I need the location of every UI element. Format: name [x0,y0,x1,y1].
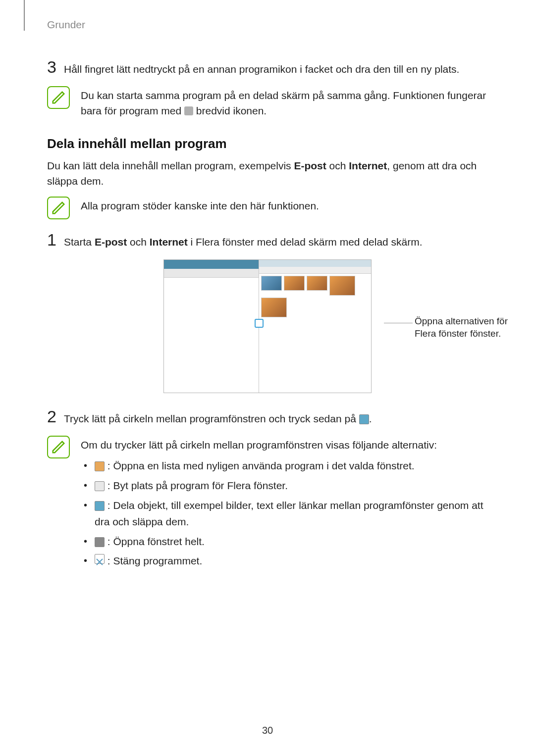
li-drag: : Dela objekt, till exempel bilder, text… [95,500,483,528]
s1-mid: och [127,236,150,248]
figure-left-toolbar [164,269,259,278]
note-text: Alla program stöder kanske inte den här … [81,197,319,213]
li-recent: : Öppna en lista med nyligen använda pro… [105,460,415,471]
thumbnail [284,276,305,291]
note-box-1: Du kan starta samma program på en delad … [47,86,488,118]
left-margin-rule [24,0,25,31]
close-icon [95,554,105,564]
list-item: : Öppna en lista med nyligen använda pro… [81,457,488,474]
step-text: Starta E-post och Internet i Flera fönst… [64,232,423,249]
step-number: 3 [47,58,64,75]
note-box-2: Alla program stöder kanske inte den här … [47,197,488,219]
options-list: : Öppna en lista med nyligen använda pro… [81,457,488,569]
heading-share-content: Dela innehåll mellan program [47,136,488,151]
figure-left-header [164,260,259,269]
note-icon [47,436,70,458]
s1-b2: Internet [150,236,188,248]
note-icon [47,86,70,109]
step-3: 3 Håll fingret lätt nedtryckt på en anna… [47,58,488,76]
note-box-3: Om du trycker lätt på cirkeln mellan pro… [47,436,488,572]
figure-right-toolbar [259,267,371,274]
section-header: Grunder [47,19,488,31]
li-close: : Stäng programmet. [105,555,202,566]
drag-share-icon [95,501,105,511]
figure-right-pane [259,260,371,393]
step-number: 2 [47,408,64,425]
swap-windows-icon [95,481,105,491]
step-1: 1 Starta E-post och Internet i Flera fön… [47,231,488,249]
thumbnail [261,298,287,317]
thumbnail [307,276,327,291]
s1-b1: E-post [95,236,127,248]
intro-b2: Internet [349,160,387,171]
share-handle-icon [359,414,369,424]
intro-mid: och [326,160,349,171]
note-icon [47,197,70,219]
split-screen-figure [163,259,372,393]
page-number: 30 [0,725,535,736]
list-item: : Dela objekt, till exempel bilder, text… [81,497,488,530]
intro-paragraph: Du kan lätt dela innehåll mellan program… [47,158,488,189]
split-handle-icon [255,319,264,328]
list-item: : Stäng programmet. [81,553,488,569]
figure-right-body [259,274,371,393]
step-number: 1 [47,231,64,248]
li-swap: : Byt plats på program för Flera fönster… [105,480,288,491]
list-item: : Öppna fönstret helt. [81,533,488,550]
note1-post: bredvid ikonen. [196,105,267,116]
maximize-icon [95,537,105,547]
figure-wrapper: Öppna alternativen för Flera fönster fön… [47,259,488,393]
callout-text: Öppna alternativen för Flera fönster fön… [415,315,529,340]
intro-pre: Du kan lätt dela innehåll mellan program… [47,160,294,171]
s2-post: . [369,413,372,424]
s1-post: i Flera fönster med delad skärm med dela… [188,236,423,248]
s2-pre: Tryck lätt på cirkeln mellan programföns… [64,413,359,424]
intro-b1: E-post [294,160,326,171]
note1-pre: Du kan starta samma program på en delad … [81,90,486,116]
list-item: : Byt plats på program för Flera fönster… [81,477,488,494]
figure-left-pane [164,260,259,393]
callout-leader-line [384,323,413,323]
step-text: Håll fingret lätt nedtryckt på en annan … [64,59,459,76]
multiwindow-badge-icon [184,106,193,115]
note-text: Om du trycker lätt på cirkeln mellan pro… [81,436,488,572]
figure-right-header [259,260,371,267]
step-text: Tryck lätt på cirkeln mellan programföns… [64,408,372,426]
note-text: Du kan starta samma program på en delad … [81,86,488,118]
li-max: : Öppna fönstret helt. [105,536,205,547]
step-2: 2 Tryck lätt på cirkeln mellan programfö… [47,408,488,426]
s1-pre: Starta [64,236,95,248]
thumbnail [261,276,282,291]
figure-left-body [164,278,259,393]
thumbnail [329,276,355,296]
recent-apps-icon [95,461,105,471]
note3-lead: Om du trycker lätt på cirkeln mellan pro… [81,438,488,453]
page-content: Grunder 3 Håll fingret lätt nedtryckt på… [0,0,535,572]
